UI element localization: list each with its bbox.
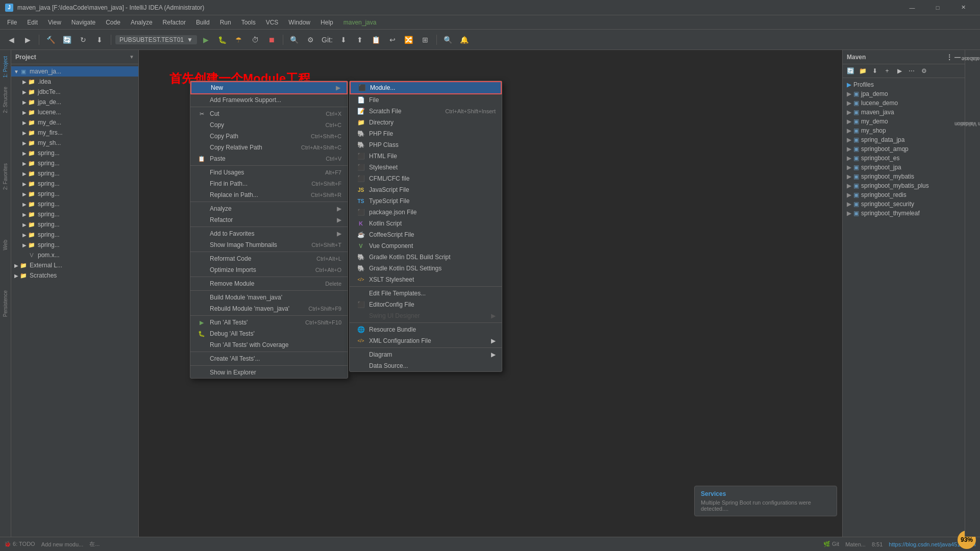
expand-arrow[interactable]: ▶ <box>21 242 28 248</box>
cm-item-create-tests[interactable]: Create 'All Tests'... <box>190 353 348 364</box>
submenu-item-vue[interactable]: V Vue Component <box>350 240 502 252</box>
settings-button[interactable]: ⚙ <box>304 33 318 47</box>
maven-item-maven-java[interactable]: ▶ ▣ maven_java <box>843 108 965 117</box>
menu-file[interactable]: File <box>2 17 22 28</box>
submenu-item-js[interactable]: JS JavaScript File <box>350 184 502 195</box>
cm-item-run-coverage[interactable]: Run 'All Tests' with Coverage <box>190 339 348 350</box>
cm-item-show-explorer[interactable]: Show in Explorer <box>190 367 348 378</box>
expand-arrow[interactable]: ▶ <box>21 212 28 217</box>
tree-item-jpa-demo[interactable]: ▶ 📁 jpa_de... <box>11 97 138 107</box>
maven-run[interactable]: ▶ <box>894 65 905 77</box>
cm-item-run-tests[interactable]: ▶ Run 'All Tests' Ctrl+Shift+F10 <box>190 317 348 328</box>
project-header-dropdown[interactable]: ▼ <box>129 54 134 60</box>
tree-item-spring-6[interactable]: ▶ 📁 spring... <box>11 199 138 209</box>
search-label[interactable]: 在... <box>89 540 100 548</box>
expand-arrow[interactable]: ▶ <box>13 273 19 279</box>
notifications[interactable]: 🔔 <box>457 33 472 47</box>
menu-navigate[interactable]: Navigate <box>66 17 101 28</box>
tree-item-spring-3[interactable]: ▶ 📁 spring... <box>11 168 138 179</box>
maven-item-springboot-redis[interactable]: ▶ ▣ springboot_redis <box>843 190 965 199</box>
cm-item-replace-in-path[interactable]: Replace in Path... Ctrl+Shift+R <box>190 189 348 201</box>
maven-refresh[interactable]: 🔄 <box>845 65 856 77</box>
close-button[interactable]: ✕ <box>951 1 975 15</box>
submenu-item-edit-templates[interactable]: Edit File Templates... <box>350 288 502 299</box>
tree-item-spring-10[interactable]: ▶ 📁 spring... <box>11 240 138 250</box>
tree-item-scratches[interactable]: ▶ 📁 Scratches <box>11 270 138 281</box>
structure-tab[interactable]: 2: Structure <box>2 83 9 117</box>
submenu-item-ts[interactable]: TS TypeScript File <box>350 195 502 207</box>
maven-item-lucene[interactable]: ▶ ▣ lucene_demo <box>843 98 965 108</box>
expand-arrow[interactable]: ▶ <box>21 232 28 238</box>
submenu-item-html[interactable]: ⬛ HTML File <box>350 151 502 162</box>
build-button[interactable]: 🔨 <box>43 33 58 47</box>
tree-item-pom[interactable]: V pom.x... <box>11 250 138 260</box>
expand-arrow[interactable]: ▶ <box>21 202 28 207</box>
submenu-item-editorconfig[interactable]: ⬛ EditorConfig File <box>350 299 502 310</box>
menu-refactor[interactable]: Refactor <box>158 17 191 28</box>
maven-item-springboot-thymeleaf[interactable]: ▶ ▣ springboot_thymeleaf <box>843 209 965 218</box>
cm-item-paste[interactable]: 📋 Paste Ctrl+V <box>190 153 348 164</box>
maven-item-springboot-mybatis[interactable]: ▶ ▣ springboot_mybatis <box>843 172 965 181</box>
git-icon[interactable]: Git: <box>320 33 334 47</box>
expand-arrow[interactable]: ▶ <box>21 79 28 85</box>
cm-item-find-in-path[interactable]: Find in Path... Ctrl+Shift+F <box>190 178 348 189</box>
menu-window[interactable]: Window <box>283 17 315 28</box>
team-validation-tab[interactable]: Team Validation <box>966 120 979 128</box>
menu-vcs[interactable]: VCS <box>261 17 284 28</box>
expand-arrow[interactable]: ▶ <box>13 263 19 268</box>
new-submenu[interactable]: ⬛ Module... 📄 File 📝 Scratch File Ctrl+A… <box>349 81 502 372</box>
maven-item-springboot-jpa[interactable]: ▶ ▣ springboot_jpa <box>843 163 965 172</box>
expand-arrow[interactable]: ▶ <box>21 171 28 177</box>
run-config-dropdown-icon[interactable]: ▼ <box>187 36 193 43</box>
menu-edit[interactable]: Edit <box>22 17 43 28</box>
menu-tools[interactable]: Tools <box>236 17 261 28</box>
context-menu[interactable]: New ▶ Add Framework Support... ✂ Cut Ctr… <box>190 81 348 379</box>
menu-run[interactable]: Run <box>215 17 236 28</box>
profile-button[interactable]: ⏱ <box>248 33 262 47</box>
maven-download[interactable]: ⬇ <box>869 65 880 77</box>
expand-arrow[interactable]: ▶ <box>21 89 28 95</box>
cm-item-add-to-favorites[interactable]: Add to Favorites ▶ <box>190 228 348 239</box>
expand-arrow[interactable]: ▶ <box>21 110 28 115</box>
maven-item-my-demo[interactable]: ▶ ▣ my_demo <box>843 117 965 126</box>
submenu-item-file[interactable]: 📄 File <box>350 94 502 106</box>
menu-project-name[interactable]: maven_java <box>338 17 382 28</box>
cm-item-copy[interactable]: Copy Ctrl+C <box>190 119 348 131</box>
add-module-label[interactable]: Add new modu... <box>41 541 84 547</box>
tree-item-spring-8[interactable]: ▶ 📁 spring... <box>11 219 138 230</box>
maven-item-jpa-demo[interactable]: ▶ ▣ jpa_demo <box>843 89 965 98</box>
tree-item-my-shop[interactable]: ▶ 📁 my_sh... <box>11 138 138 148</box>
search-everywhere[interactable]: 🔍 <box>441 33 455 47</box>
forward-button[interactable]: ▶ <box>20 33 35 47</box>
maven-item-springboot-mybatis-plus[interactable]: ▶ ▣ springboot_mybatis_plus <box>843 181 965 190</box>
submenu-item-cfml[interactable]: ⬛ CFML/CFC file <box>350 173 502 184</box>
submenu-item-gradle-settings[interactable]: 🐘 Gradle Kotlin DSL Settings <box>350 263 502 274</box>
tree-item-spring-5[interactable]: ▶ 📁 spring... <box>11 189 138 199</box>
maven-item-spring-data-jpa[interactable]: ▶ ▣ spring_data_jpa <box>843 135 965 144</box>
expand-arrow[interactable]: ▶ <box>21 130 28 136</box>
expand-arrow[interactable]: ▶ <box>21 181 28 187</box>
cm-item-reformat[interactable]: Reformat Code Ctrl+Alt+L <box>190 253 348 264</box>
expand-arrow[interactable]: ▶ <box>21 99 28 105</box>
tree-item-jdbcte[interactable]: ▶ 📁 jdbcTe... <box>11 87 138 97</box>
database-tab[interactable]: Database <box>966 55 979 63</box>
maven-collapse-button[interactable]: — <box>954 54 961 61</box>
todo-label[interactable]: 🐞 6: TODO <box>4 541 35 547</box>
submenu-item-coffeescript[interactable]: ☕ CoffeeScript File <box>350 229 502 240</box>
tree-item-spring-1[interactable]: ▶ 📁 spring... <box>11 148 138 158</box>
maven-item-springboot-security[interactable]: ▶ ▣ springboot_security <box>843 199 965 209</box>
tree-item-spring-7[interactable]: ▶ 📁 spring... <box>11 209 138 219</box>
submenu-item-php-class[interactable]: 🐘 PHP Class <box>350 139 502 151</box>
submenu-item-scratch[interactable]: 📝 Scratch File Ctrl+Alt+Shift+Insert <box>350 106 502 117</box>
coverage-button[interactable]: ☂ <box>232 33 246 47</box>
debug-button[interactable]: 🐛 <box>215 33 230 47</box>
persistence-tab[interactable]: Persistence <box>2 286 9 321</box>
submenu-item-module[interactable]: ⬛ Module... <box>350 81 502 94</box>
tree-item-my-first[interactable]: ▶ 📁 my_firs... <box>11 128 138 138</box>
submenu-item-directory[interactable]: 📁 Directory <box>350 117 502 128</box>
cm-item-rebuild-module[interactable]: Rebuild Module 'maven_java' Ctrl+Shift+F… <box>190 303 348 314</box>
download-button[interactable]: ⬇ <box>92 33 107 47</box>
menu-analyze[interactable]: Analyze <box>126 17 158 28</box>
submenu-item-resource-bundle[interactable]: 🌐 Resource Bundle <box>350 324 502 335</box>
run-config-selector[interactable]: PUBSUBTEST.TEST01 ▼ <box>115 35 197 44</box>
